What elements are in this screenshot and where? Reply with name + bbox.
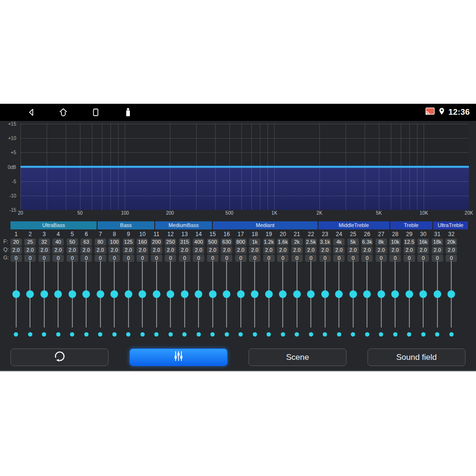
band-frequency-value[interactable]: 63 [80,238,92,246]
band-slider[interactable] [192,261,206,337]
band-frequency-value[interactable]: 32 [39,238,50,246]
slider-knob[interactable] [139,290,146,298]
usb-button[interactable] [123,107,133,118]
band-slider[interactable] [51,261,66,337]
slider-knob[interactable] [82,290,90,298]
band-slider[interactable] [416,261,431,337]
band-q-value[interactable]: 2.0 [10,247,22,254]
band-q-value[interactable]: 2.0 [52,247,64,254]
band-frequency-value[interactable]: 20 [10,238,22,246]
slider-knob[interactable] [40,290,48,298]
slider-knob[interactable] [167,290,174,298]
band-slider[interactable] [262,261,276,337]
band-frequency-value[interactable]: 1k [249,238,260,246]
slider-knob[interactable] [307,290,315,298]
band-slider[interactable] [360,261,375,337]
band-frequency-value[interactable]: 40 [52,238,64,246]
band-slider[interactable] [304,261,318,337]
band-frequency-value[interactable]: 500 [207,238,218,246]
band-q-value[interactable]: 2.0 [235,247,247,254]
band-frequency-value[interactable]: 3.1k [319,238,331,246]
band-frequency-value[interactable]: 200 [151,238,162,246]
slider-knob[interactable] [406,290,413,298]
band-q-value[interactable]: 2.0 [67,247,78,254]
band-slider[interactable] [23,261,38,337]
slider-knob[interactable] [265,290,273,298]
slider-knob[interactable] [321,290,329,298]
band-frequency-value[interactable]: 400 [193,238,204,246]
band-frequency-value[interactable]: 2k [291,238,303,246]
band-slider[interactable] [93,261,108,337]
band-frequency-value[interactable]: 20k [446,238,457,246]
band-q-value[interactable]: 2.0 [305,247,317,254]
band-q-value[interactable]: 2.0 [221,247,232,254]
band-frequency-value[interactable]: 800 [235,238,247,246]
slider-knob[interactable] [195,290,202,298]
slider-knob[interactable] [125,290,132,298]
band-slider[interactable] [346,261,360,337]
band-slider[interactable] [65,261,79,337]
band-frequency-value[interactable]: 18k [432,238,443,246]
slider-knob[interactable] [209,290,217,298]
slider-knob[interactable] [391,290,399,298]
band-q-value[interactable]: 2.0 [361,247,373,254]
slider-knob[interactable] [349,290,357,298]
slider-knob[interactable] [237,290,245,298]
band-q-value[interactable]: 2.0 [24,247,36,254]
band-slider[interactable] [332,261,347,337]
recents-button[interactable] [90,107,101,118]
band-frequency-value[interactable]: 5k [347,238,359,246]
slider-knob[interactable] [97,290,104,298]
band-slider[interactable] [178,261,192,337]
slider-knob[interactable] [434,290,441,298]
slider-knob[interactable] [153,290,160,298]
band-frequency-value[interactable]: 125 [123,238,134,246]
band-slider[interactable] [149,261,164,337]
band-q-value[interactable]: 2.0 [376,247,387,254]
band-frequency-value[interactable]: 80 [95,238,106,246]
band-q-value[interactable]: 2.0 [137,247,148,254]
band-slider[interactable] [402,261,416,337]
band-slider[interactable] [290,261,304,337]
band-q-value[interactable]: 2.0 [432,247,443,254]
band-q-value[interactable]: 2.0 [109,247,120,254]
slider-knob[interactable] [54,290,62,298]
band-q-value[interactable]: 2.0 [291,247,303,254]
band-q-value[interactable]: 2.0 [39,247,50,254]
band-frequency-value[interactable]: 16k [417,238,429,246]
band-frequency-value[interactable]: 6.3k [361,238,373,246]
band-q-value[interactable]: 2.0 [179,247,190,254]
sound-field-button[interactable]: Sound field [367,348,466,366]
band-frequency-value[interactable]: 160 [137,238,148,246]
band-q-value[interactable]: 2.0 [404,247,415,254]
band-slider[interactable] [9,261,23,337]
slider-knob[interactable] [26,290,34,298]
band-frequency-value[interactable]: 250 [165,238,176,246]
home-button[interactable] [58,107,69,118]
band-slider[interactable] [164,261,178,337]
band-q-value[interactable]: 2.0 [151,247,162,254]
slider-knob[interactable] [363,290,371,298]
band-q-value[interactable]: 2.0 [123,247,134,254]
band-frequency-value[interactable]: 25 [24,238,36,246]
band-frequency-value[interactable]: 630 [221,238,232,246]
band-slider[interactable] [79,261,94,337]
band-frequency-value[interactable]: 50 [67,238,78,246]
slider-knob[interactable] [223,290,230,298]
band-q-value[interactable]: 2.0 [347,247,359,254]
band-slider[interactable] [430,261,445,337]
slider-knob[interactable] [69,290,76,298]
band-slider[interactable] [234,261,248,337]
band-frequency-value[interactable]: 100 [109,238,120,246]
band-q-value[interactable]: 2.0 [165,247,176,254]
slider-knob[interactable] [335,290,343,298]
band-slider[interactable] [108,261,122,337]
slider-knob[interactable] [110,290,118,298]
slider-knob[interactable] [251,290,258,298]
band-frequency-value[interactable]: 4k [333,238,345,246]
band-q-value[interactable]: 2.0 [95,247,106,254]
band-slider[interactable] [374,261,388,337]
slider-knob[interactable] [419,290,427,298]
band-slider[interactable] [318,261,332,337]
reset-button[interactable] [10,348,109,366]
